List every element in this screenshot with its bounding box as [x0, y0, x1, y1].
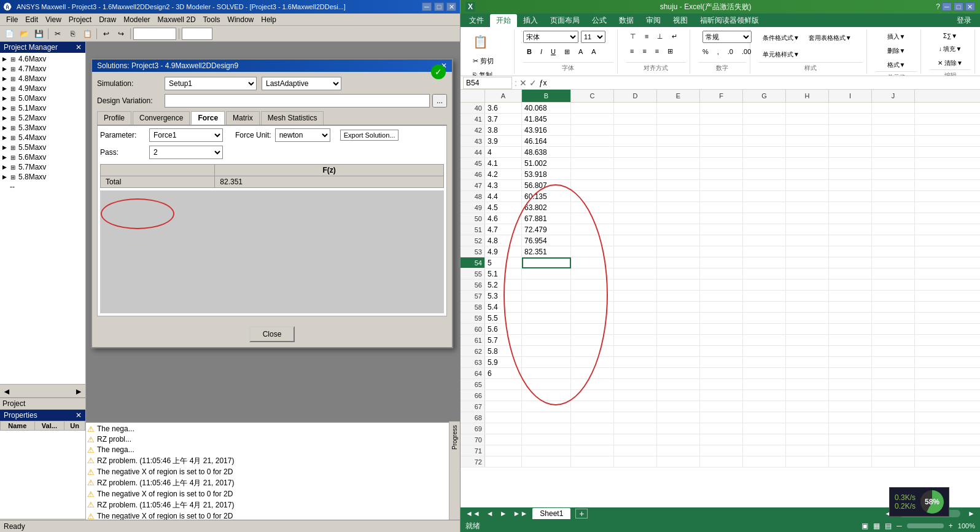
- cancel-formula-icon[interactable]: ✕: [519, 78, 527, 88]
- cell-h-59[interactable]: [786, 313, 829, 324]
- cell-e-65[interactable]: [657, 379, 700, 390]
- tree-item-46[interactable]: ▶ ⊞ 4.6Maxv: [1, 54, 84, 64]
- copy-btn[interactable]: ⎘ 复制: [469, 69, 502, 77]
- cell-j-63[interactable]: [872, 357, 915, 368]
- cell-g-57[interactable]: [743, 291, 786, 302]
- cell-b-72[interactable]: [522, 456, 571, 467]
- cell-j-68[interactable]: [872, 412, 915, 423]
- col-header-c[interactable]: C: [571, 90, 614, 102]
- tree-item-50[interactable]: ▶ ⊞ 5.0Maxv: [1, 93, 84, 103]
- cell-i-72[interactable]: [829, 456, 872, 467]
- cell-e-47[interactable]: [657, 180, 700, 191]
- cell-c-43[interactable]: [571, 136, 614, 147]
- cell-f-65[interactable]: [700, 379, 743, 390]
- cell-c-67[interactable]: [571, 401, 614, 412]
- col-header-g[interactable]: G: [743, 90, 786, 102]
- cell-a-52[interactable]: 4.8: [485, 235, 522, 246]
- cell-g-55[interactable]: [743, 268, 786, 280]
- cell-a-48[interactable]: 4.4: [485, 191, 522, 202]
- cell-f-47[interactable]: [700, 180, 743, 191]
- insert-function-icon[interactable]: ƒx: [539, 79, 547, 87]
- cell-i-56[interactable]: [829, 280, 872, 291]
- cell-g-53[interactable]: [743, 246, 786, 257]
- cell-h-65[interactable]: [786, 379, 829, 390]
- cell-ref-box[interactable]: B54: [463, 77, 512, 89]
- tab-mesh-statistics[interactable]: Mesh Statistics: [261, 111, 324, 125]
- cell-b-67[interactable]: [522, 401, 571, 412]
- cell-a-50[interactable]: 4.6: [485, 213, 522, 224]
- cell-d-63[interactable]: [614, 357, 657, 368]
- tab-matrix[interactable]: Matrix: [226, 111, 260, 125]
- cell-a-63[interactable]: 5.9: [485, 357, 522, 368]
- scale-input[interactable]: M-1: [182, 28, 212, 40]
- cell-i-46[interactable]: [829, 169, 872, 180]
- cell-h-52[interactable]: [786, 235, 829, 246]
- cell-c-45[interactable]: [571, 158, 614, 169]
- cell-d-40[interactable]: [614, 103, 657, 114]
- cell-h-43[interactable]: [786, 136, 829, 147]
- cell-j-46[interactable]: [872, 169, 915, 180]
- cell-d-72[interactable]: [614, 456, 657, 467]
- cell-b-57[interactable]: [522, 291, 571, 302]
- excel-maximize-btn[interactable]: □: [954, 2, 963, 11]
- cell-f-42[interactable]: [700, 125, 743, 136]
- cell-d-47[interactable]: [614, 180, 657, 191]
- cell-a-41[interactable]: 3.7: [485, 114, 522, 125]
- cell-d-48[interactable]: [614, 191, 657, 202]
- cell-h-49[interactable]: [786, 202, 829, 213]
- cell-b-50[interactable]: 67.881: [522, 213, 571, 224]
- excel-minimize-btn[interactable]: ─: [942, 2, 952, 11]
- tb-undo[interactable]: ↩: [99, 27, 113, 41]
- cell-d-49[interactable]: [614, 202, 657, 213]
- cell-g-68[interactable]: [743, 412, 786, 423]
- cell-f-60[interactable]: [700, 324, 743, 335]
- cell-b-49[interactable]: 63.802: [522, 202, 571, 213]
- cell-i-54[interactable]: [829, 257, 872, 268]
- cell-i-45[interactable]: [829, 158, 872, 169]
- number-format-select[interactable]: 常规: [702, 31, 752, 43]
- cell-f-66[interactable]: [700, 390, 743, 401]
- cell-a-42[interactable]: 3.8: [485, 125, 522, 136]
- cell-d-65[interactable]: [614, 379, 657, 390]
- tree-item-51[interactable]: ▶ ⊞ 5.1Maxv: [1, 103, 84, 113]
- cell-b-47[interactable]: 56.807: [522, 180, 571, 191]
- confirm-formula-icon[interactable]: ✓: [529, 78, 537, 88]
- project-tree[interactable]: ▶ ⊞ 4.6Maxv ▶ ⊞ 4.7Maxv ▶ ⊞ 4.8Maxv ▶ ⊞: [0, 53, 85, 384]
- tab-force[interactable]: Force: [191, 111, 225, 125]
- cell-h-57[interactable]: [786, 291, 829, 302]
- cell-g-70[interactable]: [743, 434, 786, 445]
- excel-help-icon[interactable]: ?: [936, 2, 940, 11]
- cell-e-66[interactable]: [657, 390, 700, 401]
- cell-j-60[interactable]: [872, 324, 915, 335]
- horiz-scroll-right[interactable]: ►: [968, 509, 975, 518]
- cell-g-71[interactable]: [743, 445, 786, 456]
- cell-d-42[interactable]: [614, 125, 657, 136]
- scroll-right-icon[interactable]: ►: [74, 386, 83, 396]
- cell-e-52[interactable]: [657, 235, 700, 246]
- cell-d-50[interactable]: [614, 213, 657, 224]
- cell-d-45[interactable]: [614, 158, 657, 169]
- col-header-a[interactable]: A: [485, 90, 522, 102]
- cell-j-40[interactable]: [872, 103, 915, 114]
- cell-e-54[interactable]: [657, 257, 700, 268]
- pct-btn[interactable]: %: [699, 46, 712, 57]
- cell-d-46[interactable]: [614, 169, 657, 180]
- cell-c-58[interactable]: [571, 302, 614, 313]
- cell-j-48[interactable]: [872, 191, 915, 202]
- cell-b-54[interactable]: [522, 257, 571, 268]
- cell-e-51[interactable]: [657, 224, 700, 235]
- cell-b-71[interactable]: [522, 445, 571, 456]
- cell-i-40[interactable]: [829, 103, 872, 114]
- cell-h-62[interactable]: [786, 346, 829, 357]
- design-var-browse-btn[interactable]: ...: [432, 94, 447, 108]
- cell-h-67[interactable]: [786, 401, 829, 412]
- pm-close-icon[interactable]: ✕: [76, 43, 82, 52]
- tb-save[interactable]: 💾: [32, 27, 45, 41]
- scroll-sheet-left[interactable]: ◄: [486, 509, 494, 518]
- sheet1-tab[interactable]: Sheet1: [532, 508, 570, 519]
- cell-f-51[interactable]: [700, 224, 743, 235]
- cell-b-63[interactable]: [522, 357, 571, 368]
- cell-g-48[interactable]: [743, 191, 786, 202]
- align-bottom-btn[interactable]: ⊥: [653, 31, 667, 42]
- cell-e-70[interactable]: [657, 434, 700, 445]
